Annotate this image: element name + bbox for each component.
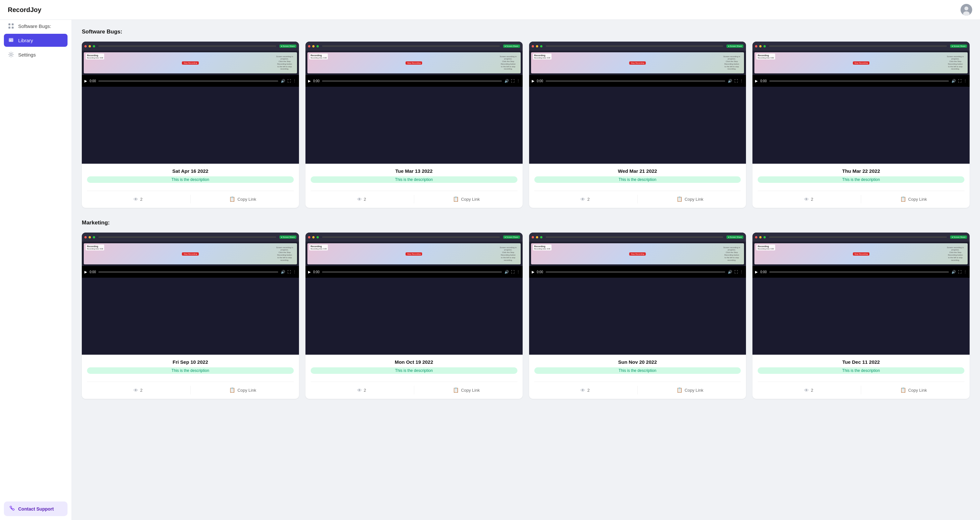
progress-bar-8[interactable]	[769, 271, 949, 273]
fullscreen-icon-4[interactable]: ⛶	[958, 79, 961, 83]
card-date-8: Tue Dec 11 2022	[758, 359, 964, 365]
volume-icon-2[interactable]: 🔊	[504, 79, 509, 83]
sidebar-item-library[interactable]: Library	[4, 34, 67, 47]
more-icon-4[interactable]: ⋮	[963, 79, 967, 83]
copy-link-button-7[interactable]: 📋 Copy Link	[639, 386, 741, 394]
progress-bar-6[interactable]	[322, 271, 501, 273]
card-date-3: Wed Mar 21 2022	[534, 168, 741, 174]
fullscreen-icon-8[interactable]: ⛶	[958, 270, 961, 274]
svg-rect-6	[12, 27, 14, 29]
copy-link-label-4: Copy Link	[908, 197, 927, 202]
video-thumbnail-3[interactable]: ● Screen Share RecordingRecording time: …	[529, 41, 746, 164]
contact-support-button[interactable]: Contact Support	[4, 501, 67, 516]
play-icon-4[interactable]: ▶	[755, 79, 758, 83]
eye-icon-8: 👁	[804, 388, 809, 393]
svg-point-1	[964, 6, 968, 10]
copy-link-button-8[interactable]: 📋 Copy Link	[862, 386, 964, 394]
more-icon-2[interactable]: ⋮	[517, 79, 520, 83]
progress-bar-2[interactable]	[322, 81, 501, 81]
fullscreen-icon-1[interactable]: ⛶	[287, 79, 291, 83]
more-icon-8[interactable]: ⋮	[963, 270, 967, 274]
play-icon-5[interactable]: ▶	[84, 270, 87, 274]
views-count-7: 2	[587, 388, 590, 393]
more-icon-7[interactable]: ⋮	[740, 270, 743, 274]
divider-3	[637, 195, 638, 203]
progress-bar-7[interactable]	[546, 271, 725, 273]
dot-green-4	[764, 45, 766, 48]
copy-link-button-4[interactable]: 📋 Copy Link	[862, 195, 964, 203]
volume-icon-1[interactable]: 🔊	[281, 79, 285, 83]
progress-bar-5[interactable]	[99, 271, 278, 273]
copy-link-button-6[interactable]: 📋 Copy Link	[415, 386, 517, 394]
video-card-6: ● Screen Share RecordingRecording time: …	[305, 233, 523, 399]
avatar[interactable]	[961, 4, 972, 16]
card-date-1: Sat Apr 16 2022	[87, 168, 294, 174]
progress-bar-3[interactable]	[546, 81, 725, 81]
volume-icon-8[interactable]: 🔊	[951, 270, 956, 274]
progress-bar-1[interactable]	[99, 81, 278, 81]
eye-icon-3: 👁	[581, 196, 585, 202]
card-views-1: 👁 2	[87, 195, 189, 203]
fullscreen-icon-6[interactable]: ⛶	[511, 270, 514, 274]
more-icon-1[interactable]: ⋮	[293, 79, 296, 83]
play-icon-2[interactable]: ▶	[308, 79, 311, 83]
card-date-4: Thu Mar 22 2022	[758, 168, 964, 174]
fullscreen-icon-2[interactable]: ⛶	[511, 79, 514, 83]
card-desc-wrap-4: This is the description	[758, 176, 964, 187]
card-desc-wrap-1: This is the description	[87, 176, 294, 187]
dot-red-3	[532, 45, 534, 48]
sidebar-item-settings[interactable]: Settings	[4, 48, 67, 61]
video-thumbnail-2[interactable]: ● Screen Share RecordingRecording time: …	[305, 41, 523, 164]
volume-icon-5[interactable]: 🔊	[281, 270, 285, 274]
volume-icon-3[interactable]: 🔊	[728, 79, 732, 83]
volume-icon-4[interactable]: 🔊	[951, 79, 956, 83]
dot-yellow-2	[312, 45, 315, 48]
play-icon-1[interactable]: ▶	[84, 79, 87, 83]
play-icon-3[interactable]: ▶	[532, 79, 534, 83]
play-icon-8[interactable]: ▶	[755, 270, 758, 274]
copy-link-button-2[interactable]: 📋 Copy Link	[415, 195, 517, 203]
play-icon-7[interactable]: ▶	[532, 270, 534, 274]
dot-red-2	[308, 45, 310, 48]
video-card-1: ● Screen Share RecordingRecording time: …	[82, 41, 299, 208]
card-actions-2: 👁 2 📋 Copy Link	[311, 191, 517, 203]
more-icon-5[interactable]: ⋮	[293, 270, 296, 274]
copy-link-button-5[interactable]: 📋 Copy Link	[192, 386, 294, 394]
video-thumbnail-4[interactable]: ● Screen Share RecordingRecording time: …	[752, 41, 970, 164]
divider-1	[190, 195, 191, 203]
card-date-6: Mon Oct 19 2022	[311, 359, 517, 365]
card-desc-6: This is the description	[311, 367, 517, 374]
copy-link-label-5: Copy Link	[237, 388, 256, 393]
copy-link-button-3[interactable]: 📋 Copy Link	[639, 195, 741, 203]
video-thumbnail-5[interactable]: ● Screen Share RecordingRecording time: …	[82, 233, 299, 355]
divider-5	[190, 386, 191, 394]
card-actions-6: 👁 2 📋 Copy Link	[311, 382, 517, 394]
more-icon-6[interactable]: ⋮	[517, 270, 520, 274]
copy-icon-1: 📋	[229, 196, 235, 202]
fullscreen-icon-7[interactable]: ⛶	[734, 270, 738, 274]
copy-link-button-1[interactable]: 📋 Copy Link	[192, 195, 294, 203]
dot-green-8	[764, 236, 766, 238]
video-thumbnail-1[interactable]: ● Screen Share RecordingRecording time: …	[82, 41, 299, 164]
fullscreen-icon-5[interactable]: ⛶	[287, 270, 291, 274]
sidebar-item-dashboard[interactable]: Software Bugs:	[4, 19, 67, 32]
eye-icon-6: 👁	[357, 388, 362, 393]
progress-bar-4[interactable]	[769, 81, 949, 81]
volume-icon-7[interactable]: 🔊	[728, 270, 732, 274]
play-icon-6[interactable]: ▶	[308, 270, 311, 274]
copy-link-label-1: Copy Link	[237, 197, 256, 202]
volume-icon-6[interactable]: 🔊	[504, 270, 509, 274]
divider-6	[414, 386, 414, 394]
card-views-3: 👁 2	[534, 195, 636, 203]
video-thumbnail-7[interactable]: ● Screen Share RecordingRecording time: …	[529, 233, 746, 355]
card-actions-4: 👁 2 📋 Copy Link	[758, 191, 964, 203]
library-icon	[8, 37, 14, 43]
more-icon-3[interactable]: ⋮	[740, 79, 743, 83]
card-info-4: Thu Mar 22 2022 This is the description …	[752, 164, 970, 208]
card-desc-wrap-7: This is the description	[534, 367, 741, 378]
header: RecordJoy	[0, 0, 980, 19]
fullscreen-icon-3[interactable]: ⛶	[734, 79, 738, 83]
video-thumbnail-6[interactable]: ● Screen Share RecordingRecording time: …	[305, 233, 523, 355]
video-thumbnail-8[interactable]: ● Screen Share RecordingRecording time: …	[752, 233, 970, 355]
copy-link-label-7: Copy Link	[685, 388, 703, 393]
